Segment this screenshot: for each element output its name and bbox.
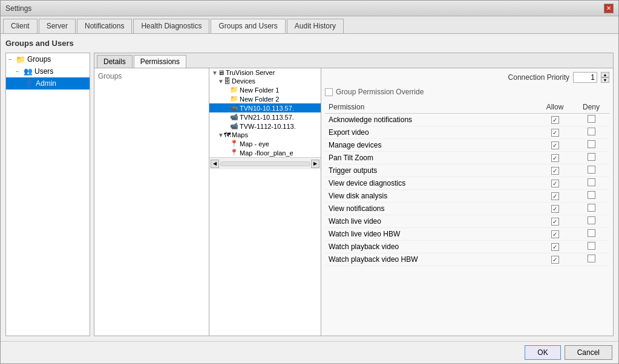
deny-checkbox[interactable]: [588, 128, 595, 135]
groups-pane: Groups: [94, 68, 209, 336]
scroll-left-btn[interactable]: ◀: [211, 160, 219, 168]
title-bar-buttons: ✕: [604, 4, 614, 13]
expand-users: −: [16, 68, 23, 75]
deny-cell: [573, 203, 609, 215]
device-tree-maps[interactable]: ▼ 🗺 Maps: [209, 131, 321, 139]
permission-row: View disk analysis: [325, 190, 609, 203]
deny-checkbox[interactable]: [588, 153, 595, 161]
deny-cell: [573, 241, 609, 253]
allow-checkbox[interactable]: [551, 256, 559, 264]
device-tree-tvn21[interactable]: 📹 TVN21-10.113.57.: [209, 112, 321, 122]
deny-checkbox[interactable]: [588, 242, 595, 250]
priority-spinner: ▲ ▼: [601, 72, 609, 83]
deny-checkbox[interactable]: [588, 178, 595, 186]
allow-checkbox[interactable]: [551, 180, 559, 187]
allow-checkbox[interactable]: [551, 192, 559, 200]
allow-checkbox[interactable]: [551, 205, 559, 213]
group-override-checkbox[interactable]: [325, 88, 333, 96]
tvw1112-label: TVW-1112-10.113.: [240, 123, 296, 130]
tvn21-icon: 📹: [230, 113, 238, 121]
tree-item-admin[interactable]: 👤 Admin: [6, 77, 90, 89]
tab-health-diagnostics[interactable]: Health Diagnostics: [133, 19, 209, 33]
tab-notifications[interactable]: Notifications: [77, 19, 132, 33]
allow-checkbox[interactable]: [551, 129, 559, 137]
allow-checkbox[interactable]: [551, 141, 559, 149]
deny-checkbox[interactable]: [588, 216, 595, 224]
right-content: Groups ▼ 🖥 TruVision Server ▼: [94, 68, 613, 336]
device-tree-folder1[interactable]: 📁 New Folder 1: [209, 85, 321, 94]
connection-priority-input[interactable]: [573, 72, 597, 83]
allow-cell: [537, 126, 573, 139]
tab-audit-history[interactable]: Audit History: [287, 19, 344, 33]
tab-groups-users[interactable]: Groups and Users: [211, 19, 285, 33]
allow-checkbox[interactable]: [551, 154, 559, 162]
tree-item-groups[interactable]: − 📁 Groups: [6, 53, 90, 65]
allow-checkbox[interactable]: [551, 243, 559, 251]
scroll-right-btn[interactable]: ▶: [311, 160, 319, 168]
permission-row: Trigger outputs: [325, 164, 609, 177]
permission-row: View notifications: [325, 203, 609, 215]
allow-checkbox[interactable]: [551, 116, 559, 124]
allow-checkbox[interactable]: [551, 218, 559, 226]
map-eye-icon: 📍: [230, 140, 238, 148]
spin-down-btn[interactable]: ▼: [601, 77, 609, 83]
page-title: Groups and Users: [5, 39, 614, 48]
tree-item-users[interactable]: − 👥 Users: [6, 65, 90, 77]
deny-checkbox[interactable]: [588, 229, 595, 237]
maps-icon: 🗺: [224, 131, 231, 138]
tvn21-label: TVN21-10.113.57.: [240, 114, 294, 121]
deny-checkbox[interactable]: [588, 166, 595, 174]
spin-up-btn[interactable]: ▲: [601, 72, 609, 77]
deny-checkbox[interactable]: [588, 115, 595, 123]
map-floor-icon: 📍: [230, 149, 238, 157]
bottom-bar: OK Cancel: [1, 341, 618, 363]
deny-checkbox[interactable]: [588, 255, 595, 262]
deny-checkbox[interactable]: [588, 140, 595, 148]
permission-row: Watch live video HBW: [325, 228, 609, 241]
sub-tab-permissions[interactable]: Permissions: [134, 55, 186, 68]
device-tree-map-floor[interactable]: 📍 Map -floor_plan_e: [209, 148, 321, 157]
allow-checkbox[interactable]: [551, 167, 559, 175]
tab-server[interactable]: Server: [39, 19, 76, 33]
permission-row: View device diagnostics: [325, 177, 609, 190]
allow-checkbox[interactable]: [551, 230, 559, 238]
close-button[interactable]: ✕: [604, 4, 614, 13]
permission-label: Acknowledge notifications: [325, 114, 537, 126]
scroll-track[interactable]: [220, 161, 310, 166]
tvn10-icon: 📹: [230, 104, 238, 112]
tvn10-label: TVN10-10.113.57.: [240, 105, 294, 112]
sub-tab-details[interactable]: Details: [97, 55, 133, 68]
deny-cell: [573, 139, 609, 152]
map-eye-label: Map - eye: [240, 140, 269, 148]
deny-checkbox[interactable]: [588, 191, 595, 199]
permission-label: Watch live video HBW: [325, 228, 537, 241]
permission-row: Manage devices: [325, 139, 609, 152]
tab-client[interactable]: Client: [3, 19, 38, 33]
device-tree-devices[interactable]: ▼ 🗄 Devices: [209, 77, 321, 85]
allow-cell: [537, 152, 573, 164]
device-tree-tvw1112[interactable]: 📹 TVW-1112-10.113.: [209, 122, 321, 131]
folder1-icon: 📁: [230, 86, 238, 94]
groups-label: Groups: [27, 55, 51, 63]
allow-cell: [537, 139, 573, 152]
device-tree-map-eye[interactable]: 📍 Map - eye: [209, 139, 321, 148]
deny-cell: [573, 190, 609, 203]
expand-groups: −: [8, 56, 16, 63]
window-title: Settings: [5, 4, 31, 13]
deny-cell: [573, 126, 609, 139]
group-override-row: Group Permission Override: [325, 88, 609, 96]
allow-cell: [537, 215, 573, 228]
device-tree-folder2[interactable]: 📁 New Folder 2: [209, 94, 321, 103]
tvw1112-icon: 📹: [230, 122, 238, 130]
deny-cell: [573, 177, 609, 190]
cancel-button[interactable]: Cancel: [565, 345, 612, 360]
device-tree-tvn10[interactable]: 📹 TVN10-10.113.57.: [209, 103, 321, 112]
device-tree-truvision[interactable]: ▼ 🖥 TruVision Server: [209, 68, 321, 77]
permission-label: Watch live video: [325, 215, 537, 228]
right-panel: Details Permissions Groups ▼ 🖥 Tru: [94, 53, 614, 336]
deny-checkbox[interactable]: [588, 204, 595, 212]
ok-button[interactable]: OK: [525, 345, 560, 360]
left-tree-panel: − 📁 Groups − 👥 Users 👤 Admin: [5, 53, 90, 336]
admin-user-icon: 👤: [24, 79, 34, 88]
col-permission: Permission: [325, 101, 537, 114]
